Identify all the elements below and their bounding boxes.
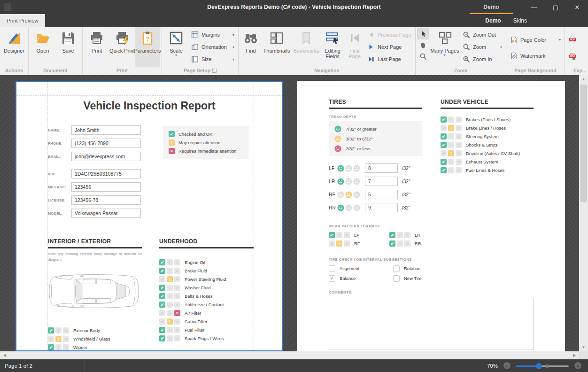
close-button[interactable]: ✕	[566, 0, 588, 14]
scroll-right-icon[interactable]: ▶	[571, 351, 578, 359]
report-page-2[interactable]: TIRES TREAD DEPTH 7/32" or greater 3/32"…	[297, 81, 565, 351]
send-pdf-button[interactable]: PDF ▾	[566, 50, 588, 62]
tread-depth-value-box[interactable]: 9	[365, 203, 398, 212]
many-pages-button[interactable]: Many Pages ▾	[429, 27, 460, 67]
size-button[interactable]: Size ▾	[189, 53, 237, 65]
checklist-row[interactable]: ✔ ! × Antifreeze / Coolant	[159, 302, 226, 308]
scroll-left-icon[interactable]: ◀	[1, 351, 8, 359]
checkbox[interactable]: ✔	[329, 275, 335, 282]
zoom-region-tool-button[interactable]	[417, 51, 429, 62]
neutral-face-icon[interactable]	[345, 178, 352, 185]
field-value-box[interactable]: 1D4GP25B03108775	[71, 169, 141, 178]
next-page-button[interactable]: Next Page	[365, 41, 414, 53]
report-page-1[interactable]: Vehicle Inspection Report NAME: John Smi…	[15, 81, 283, 351]
zoom-increase-button[interactable]: +	[574, 362, 581, 369]
checklist-row[interactable]: ✔ ! × Steering System	[441, 133, 520, 140]
checklist-row[interactable]: ✔ ! × Shocks & Struts	[441, 142, 520, 148]
zoom-slider[interactable]	[516, 363, 569, 369]
checklist-row[interactable]: ✔ ! × RR	[389, 240, 441, 247]
happy-face-icon[interactable]	[337, 204, 344, 211]
zoom-slider-thumb[interactable]	[536, 363, 542, 369]
happy-face-icon[interactable]	[337, 191, 344, 198]
checklist-row[interactable]: ✔ ! × Washer Fluid	[159, 285, 226, 291]
checklist-row[interactable]: ✔ ! × Brake Lines / Hoses	[441, 125, 520, 131]
tab-demo[interactable]: Demo	[485, 17, 501, 24]
scroll-up-icon[interactable]: ▲	[579, 77, 588, 81]
checklist-row[interactable]: ✔ ! × Exterior Body	[48, 327, 110, 333]
checklist-row[interactable]: ✔ ! × Power Steering Fluid	[159, 276, 226, 282]
checklist-row[interactable]: ✔ ! × Fuel Lines & Hoses	[441, 167, 520, 173]
checklist-row[interactable]: ✔ ! × LR	[389, 232, 441, 238]
zoom-button[interactable]: Zoom ▾	[460, 41, 504, 53]
field-value-box[interactable]: 123456	[71, 182, 141, 192]
field-value-box[interactable]: john@devexpress.com	[71, 152, 141, 161]
print-button[interactable]: Print	[84, 27, 109, 67]
thumbnails-button[interactable]: Thumbnails	[262, 27, 292, 67]
checklist-row[interactable]: ✔ ! × Cabin Filter	[159, 318, 226, 325]
sad-face-icon[interactable]	[353, 191, 360, 198]
bookmarks-button[interactable]: Bookmarks	[292, 27, 321, 67]
designer-button[interactable]: Designer	[1, 27, 27, 67]
checklist-row[interactable]: ✔ ! × Air Filter	[159, 310, 226, 316]
happy-face-icon[interactable]	[337, 178, 344, 185]
tab-demo-top[interactable]: Demo	[470, 0, 513, 14]
neutral-face-icon[interactable]	[345, 191, 352, 198]
tread-depth-value-box[interactable]: 8	[365, 163, 398, 173]
checklist-row[interactable]: ✔ ! × Brake Fluid	[159, 268, 226, 274]
dialog-launcher-icon[interactable]	[212, 69, 217, 73]
quick-print-button[interactable]: Quick Print	[109, 27, 135, 67]
hand-tool-button[interactable]	[417, 39, 429, 51]
checkbox[interactable]: ✔	[393, 275, 400, 282]
previous-page-button[interactable]: Previous Page	[365, 29, 414, 41]
checklist-row[interactable]: ✔ ! × Exhaust System	[441, 159, 520, 165]
comments-box[interactable]	[329, 298, 534, 349]
checkbox[interactable]: ✔	[329, 265, 335, 272]
checklist-row[interactable]: ✔ ! × Belts & Hoses	[159, 293, 226, 299]
vertical-scrollbar[interactable]: ▲ ▼	[579, 75, 588, 351]
scale-button[interactable]: Scale ▾	[163, 27, 189, 67]
zoom-slider-marker[interactable]	[546, 364, 549, 368]
field-value-box[interactable]: Volkswagen Passat	[71, 209, 141, 218]
export-pdf-button[interactable]: PDF ▾	[566, 33, 588, 46]
watermark-button[interactable]: Watermark	[508, 50, 563, 62]
horizontal-scrollbar[interactable]: ◀ ▶	[0, 351, 579, 359]
sad-face-icon[interactable]	[353, 178, 360, 185]
field-value-box[interactable]: John Smith	[71, 125, 141, 135]
orientation-button[interactable]: Orientation ▾	[189, 41, 237, 53]
tread-depth-value-box[interactable]: 5	[365, 190, 398, 199]
tab-print-preview[interactable]: Print Preview	[0, 14, 45, 27]
checkbox[interactable]: ✔	[393, 265, 400, 272]
margins-button[interactable]: Margins ▾	[189, 29, 237, 41]
sad-face-icon[interactable]	[353, 165, 360, 172]
checklist-row[interactable]: ✔ ! × Brakes (Pads / Shoes)	[441, 116, 520, 123]
find-button[interactable]: Find	[240, 27, 262, 67]
first-page-button[interactable]: First Page	[344, 27, 365, 67]
checklist-row[interactable]: ✔ ! × Driveline (Axles / CV Shaft)	[441, 150, 520, 156]
zoom-in-button[interactable]: Zoom In	[460, 53, 504, 65]
maximize-button[interactable]: ▢	[545, 0, 566, 14]
sad-face-icon[interactable]	[353, 204, 360, 211]
checklist-row[interactable]: ✔ ! × Spark Plugs / Wires	[159, 335, 226, 341]
last-page-button[interactable]: Last Page	[365, 53, 414, 65]
neutral-face-icon[interactable]	[345, 165, 352, 172]
minimize-button[interactable]: —	[523, 0, 545, 14]
page-color-button[interactable]: Page Color ▾	[508, 34, 563, 46]
parameters-button[interactable]: ? Parameters	[135, 27, 160, 67]
neutral-face-icon[interactable]	[345, 204, 352, 211]
checklist-row[interactable]: ✔ ! × LF	[329, 232, 381, 238]
checklist-row[interactable]: ✔ ! × RF	[329, 240, 381, 247]
zoom-out-button[interactable]: Zoom Out	[460, 29, 504, 41]
scroll-down-icon[interactable]: ▼	[579, 345, 588, 349]
zoom-decrease-button[interactable]: −	[503, 362, 511, 369]
editing-fields-button[interactable]: Editing Fields	[321, 27, 344, 67]
checklist-row[interactable]: ✔ ! × Fuel Filter	[159, 327, 226, 333]
checklist-row[interactable]: ✔ ! × Engine Oil	[159, 259, 226, 265]
save-button[interactable]: Save	[55, 27, 81, 67]
field-value-box[interactable]: (123) 456-7890	[71, 139, 141, 148]
tab-skins[interactable]: Skins	[513, 17, 527, 24]
checklist-row[interactable]: ✔ ! × Windshield / Glass	[48, 336, 110, 342]
pointer-tool-button[interactable]	[417, 28, 429, 39]
checklist-row[interactable]: ✔ ! × Wipers	[48, 344, 110, 350]
field-value-box[interactable]: 123456-78	[71, 195, 141, 205]
open-button[interactable]: Open	[30, 27, 55, 67]
